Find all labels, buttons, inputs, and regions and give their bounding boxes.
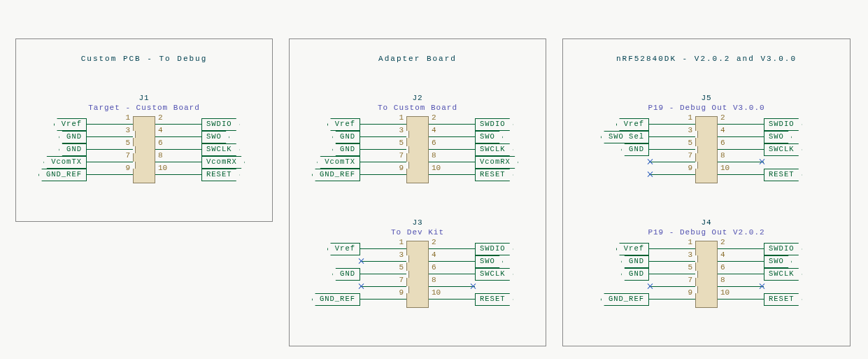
pin-left: 7 — [306, 280, 406, 293]
pin-left: 3GND — [306, 130, 406, 143]
pin-label: SWCLK — [475, 143, 513, 156]
pin-number: 10 — [720, 164, 730, 172]
pin-right: 8VcomRX — [429, 155, 529, 168]
pin-label: RESET — [764, 293, 802, 306]
pin-number: 7 — [688, 151, 692, 160]
pin-number: 4 — [158, 126, 163, 134]
connector-J1: J1Target - Custom Board1Vref2SWDIO3GND4S… — [32, 94, 256, 183]
pin-left: 7 — [595, 155, 695, 168]
pin-left: 5GND — [306, 267, 406, 280]
pin-number: 6 — [432, 263, 436, 272]
connector-ref: J5 — [595, 94, 818, 102]
pin-row: 1Vref2SWDIO — [595, 242, 818, 255]
pin-number: 7 — [125, 151, 130, 160]
pin-row: 7VcomTX8VcomRX — [306, 155, 529, 168]
pin-row: 9GND_REF10RESET — [32, 168, 256, 181]
pin-label: SWCLK — [201, 143, 240, 156]
pin-right: 4SWO — [718, 130, 818, 143]
nc-icon — [760, 159, 765, 164]
pin-label: SWO — [475, 131, 503, 143]
pin-label: VcomRX — [475, 156, 518, 169]
pin-right: 8 — [718, 155, 818, 168]
pin-number: 3 — [399, 126, 404, 134]
pin-right: 2SWDIO — [429, 242, 529, 255]
nc-icon — [648, 171, 653, 177]
pin-label: GND_REF — [38, 169, 87, 181]
pin-label: Vref — [54, 118, 87, 131]
connector-body: 1Vref2SWDIO3GND4SWO5GND6SWCLK7VcomTX8Vco… — [306, 116, 529, 183]
pin-right: 10RESET — [429, 168, 529, 181]
pin-right: 6SWCLK — [429, 267, 529, 280]
pin-right: 4SWO — [718, 255, 818, 267]
pin-left: 1Vref — [595, 118, 695, 130]
pin-row: 1Vref2SWDIO — [306, 242, 529, 255]
pin-number: 7 — [688, 276, 692, 284]
connector-J5: J5P19 - Debug Out V3.0.01Vref2SWDIO3SWO … — [595, 94, 818, 183]
pin-number: 3 — [125, 126, 130, 134]
pin-number: 9 — [399, 164, 404, 172]
panel-title: Custom PCB - To Debug — [16, 55, 272, 63]
pin-number: 2 — [432, 238, 436, 246]
pin-number: 9 — [688, 288, 692, 297]
pin-label: SWO — [764, 131, 792, 143]
pin-label: SWDIO — [764, 243, 802, 255]
connector-desc: Target - Custom Board — [32, 104, 256, 112]
pin-label: SWO — [764, 255, 792, 268]
pin-left: 9 — [595, 168, 695, 181]
pin-label: SWO — [475, 255, 503, 268]
pin-row: 5GND6SWCLK — [306, 143, 529, 155]
pin-number: 1 — [399, 113, 404, 122]
connector-J3: J3To Dev Kit1Vref2SWDIO34SWO5GND6SWCLK78… — [306, 218, 529, 308]
pin-label: GND_REF — [601, 293, 649, 306]
pin-label: SWDIO — [475, 243, 513, 255]
pin-label: GND — [332, 268, 360, 281]
pin-left: 3 — [306, 255, 406, 267]
connector-J4: J4P19 - Debug Out V2.0.21Vref2SWDIO3GND4… — [595, 218, 818, 308]
pin-right: 6SWCLK — [718, 143, 818, 155]
pin-left: 1Vref — [306, 118, 406, 130]
pin-row: 3GND4SWO — [32, 130, 256, 143]
nc-icon — [359, 283, 364, 289]
pin-right: 2SWDIO — [429, 118, 529, 130]
pin-left: 3SWO Sel — [595, 130, 695, 143]
pin-row: 5GND6SWCLK — [32, 143, 256, 155]
pin-number: 10 — [432, 288, 441, 297]
pin-left: 7VcomTX — [32, 155, 133, 168]
connector-desc: To Dev Kit — [306, 228, 529, 237]
pin-label: VcomRX — [201, 156, 245, 169]
pin-row: 9GND_REF10RESET — [595, 293, 818, 305]
pin-label: GND — [621, 143, 649, 156]
pin-number: 9 — [125, 164, 130, 172]
pin-row: 7VcomTX8VcomRX — [32, 155, 256, 168]
pin-number: 4 — [432, 251, 436, 259]
pin-number: 4 — [720, 251, 725, 259]
nc-icon — [760, 283, 765, 289]
pin-left: 1Vref — [306, 242, 406, 255]
connector-desc: To Custom Board — [306, 104, 529, 112]
pin-left: 3GND — [32, 130, 133, 143]
pin-label: GND — [332, 131, 360, 143]
pin-label: Vref — [616, 118, 649, 131]
pin-label: GND — [621, 268, 649, 281]
pin-number: 8 — [432, 276, 436, 284]
pin-right: 8VcomRX — [155, 155, 256, 168]
pin-number: 2 — [720, 113, 725, 122]
pin-right: 4SWO — [429, 130, 529, 143]
connector-ref: J2 — [306, 94, 529, 102]
pin-number: 5 — [688, 263, 692, 272]
pin-number: 4 — [432, 126, 436, 134]
pin-label: RESET — [201, 169, 240, 181]
pin-right: 10RESET — [155, 168, 256, 181]
nc-icon — [648, 283, 653, 289]
pin-number: 10 — [432, 164, 441, 172]
pin-left: 5GND — [595, 267, 695, 280]
pin-label: GND_REF — [312, 169, 360, 181]
pin-row: 78 — [306, 280, 529, 293]
pin-number: 5 — [125, 139, 130, 147]
pin-left: 7 — [595, 280, 695, 293]
pin-label: SWCLK — [764, 268, 802, 281]
pin-number: 8 — [158, 151, 163, 160]
pin-number: 6 — [720, 263, 725, 272]
pin-number: 6 — [158, 139, 163, 147]
pin-left: 9GND_REF — [595, 293, 695, 305]
